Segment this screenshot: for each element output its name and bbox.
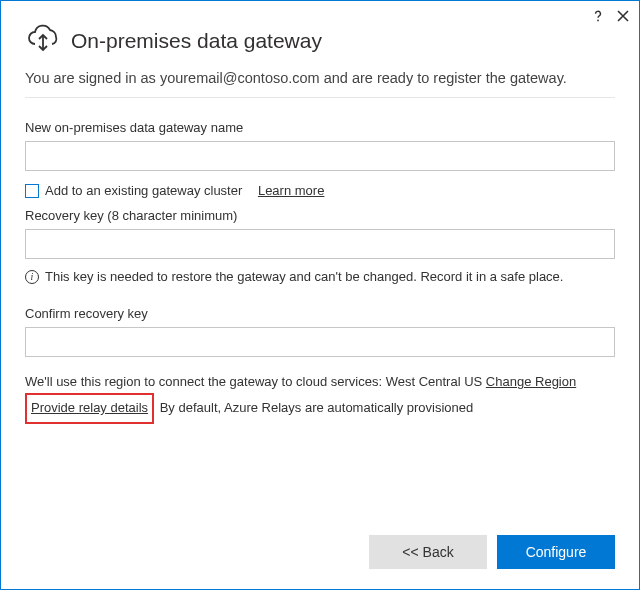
relay-suffix-text: By default, Azure Relays are automatical… (156, 400, 473, 415)
provide-relay-highlight: Provide relay details (25, 393, 154, 424)
page-title: On-premises data gateway (71, 29, 322, 53)
region-name: West Central US (386, 374, 483, 389)
gateway-name-label: New on-premises data gateway name (25, 120, 615, 135)
gateway-name-input[interactable] (25, 141, 615, 171)
svg-point-0 (597, 20, 599, 22)
titlebar-controls (591, 9, 629, 23)
change-region-link[interactable]: Change Region (486, 374, 576, 389)
back-button[interactable]: << Back (369, 535, 487, 569)
provide-relay-link[interactable]: Provide relay details (31, 400, 148, 415)
close-icon[interactable] (617, 10, 629, 22)
recovery-key-info-text: This key is needed to restore the gatewa… (45, 269, 563, 284)
header: On-premises data gateway (25, 23, 615, 58)
region-relay-note: We'll use this region to connect the gat… (25, 371, 615, 424)
recovery-key-input[interactable] (25, 229, 615, 259)
content-area: On-premises data gateway You are signed … (1, 1, 639, 517)
help-icon[interactable] (591, 9, 605, 23)
configure-button[interactable]: Configure (497, 535, 615, 569)
divider (25, 97, 615, 98)
cloud-gateway-icon (25, 23, 61, 58)
learn-more-link[interactable]: Learn more (258, 183, 324, 198)
info-icon: i (25, 270, 39, 284)
confirm-recovery-input[interactable] (25, 327, 615, 357)
confirm-recovery-label: Confirm recovery key (25, 306, 615, 321)
footer-buttons: << Back Configure (1, 517, 639, 589)
cluster-checkbox-label: Add to an existing gateway cluster (45, 183, 242, 198)
cluster-row: Add to an existing gateway cluster Learn… (25, 183, 615, 198)
region-prefix: We'll use this region to connect the gat… (25, 374, 386, 389)
recovery-key-label: Recovery key (8 character minimum) (25, 208, 615, 223)
signed-in-text: You are signed in as youremail@contoso.c… (25, 68, 615, 89)
recovery-key-info-row: i This key is needed to restore the gate… (25, 269, 615, 284)
cluster-checkbox[interactable] (25, 184, 39, 198)
gateway-window: On-premises data gateway You are signed … (0, 0, 640, 590)
